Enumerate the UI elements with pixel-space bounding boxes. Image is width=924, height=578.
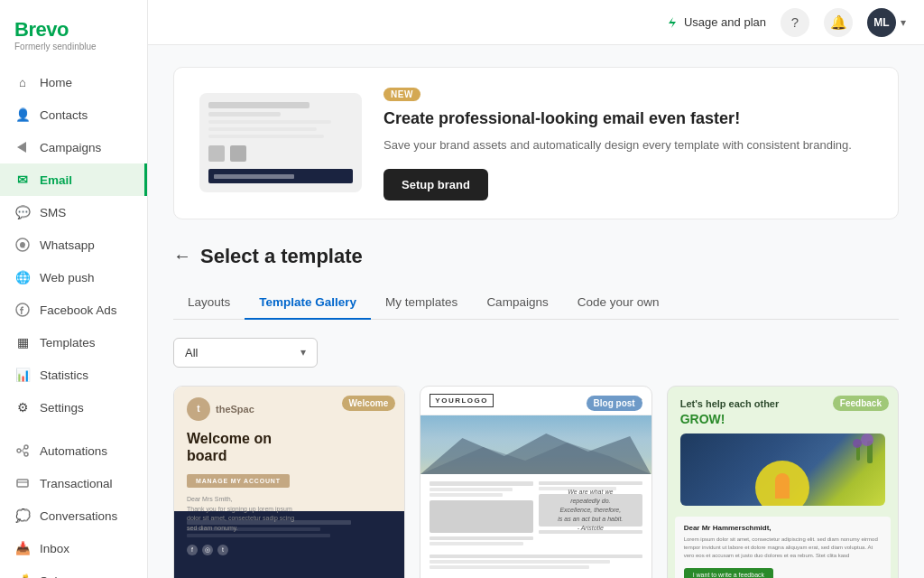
feedback-badge: Feedback — [833, 396, 889, 411]
sidebar-item-sales[interactable]: 💰 Sales — [0, 564, 147, 578]
templates-icon: ▦ — [14, 334, 31, 350]
automations-icon — [14, 443, 31, 459]
banner-description: Save your brand assets and automatically… — [383, 136, 873, 154]
sidebar-item-automations[interactable]: Automations — [0, 434, 147, 467]
help-icon-button[interactable]: ? — [781, 8, 809, 37]
avatar: ML — [867, 8, 896, 37]
sales-icon: 💰 — [14, 573, 31, 578]
tab-campaigns[interactable]: Campaigns — [472, 286, 562, 320]
sidebar-item-conversations-label: Conversations — [40, 509, 117, 523]
sidebar-item-inbox[interactable]: 📥 Inbox — [0, 532, 147, 564]
sidebar-item-campaigns[interactable]: Campaigns — [0, 131, 147, 163]
blog-badge: Blog post — [587, 396, 642, 411]
tab-layouts[interactable]: Layouts — [173, 286, 245, 320]
tab-template-gallery[interactable]: Template Gallery — [245, 286, 371, 320]
sidebar-item-inbox-label: Inbox — [40, 542, 69, 555]
sidebar-item-home-label: Home — [40, 76, 72, 89]
sidebar: Brevo Formerly sendinblue ⌂ Home 👤 Conta… — [0, 0, 148, 578]
sidebar-item-facebook-ads[interactable]: Facebook Ads — [0, 294, 147, 326]
filter-row: All ▾ — [173, 338, 899, 368]
sidebar-item-sms-label: SMS — [40, 206, 66, 219]
topbar: Usage and plan ? 🔔 ML ▾ — [148, 0, 924, 45]
template-card-blog[interactable]: Blog post YOURLOGO Home About — [420, 386, 651, 578]
transactional-icon — [14, 475, 31, 491]
inbox-icon: 📥 — [14, 540, 31, 556]
category-filter-dropdown[interactable]: All ▾ — [173, 338, 318, 368]
banner-badge: NEW — [383, 88, 420, 101]
setup-brand-button[interactable]: Setup brand — [383, 169, 488, 200]
page-content: NEW Create professional-looking email ev… — [148, 45, 924, 578]
filter-value: All — [185, 346, 198, 359]
sidebar-item-templates[interactable]: ▦ Templates — [0, 326, 147, 359]
sidebar-item-transactional[interactable]: Transactional — [0, 467, 147, 499]
whatsapp-icon — [14, 237, 31, 253]
statistics-icon: 📊 — [14, 367, 31, 383]
sidebar-item-sms[interactable]: 💬 SMS — [0, 196, 147, 228]
sidebar-item-campaigns-label: Campaigns — [40, 141, 101, 154]
sidebar-item-settings-label: Settings — [40, 401, 84, 415]
template-grid: Welcome t theSpac Welcome onboard MANAGE… — [173, 386, 899, 578]
contacts-icon: 👤 — [14, 107, 31, 123]
template-tabs: Layouts Template Gallery My templates Ca… — [173, 286, 899, 320]
welcome-badge: Welcome — [342, 396, 396, 411]
sidebar-item-sales-label: Sales — [40, 574, 70, 579]
home-icon: ⌂ — [14, 74, 31, 90]
sidebar-item-statistics[interactable]: 📊 Statistics — [0, 359, 147, 391]
template-card-feedback[interactable]: Feedback Let's help each other GROW! — [667, 386, 899, 578]
conversations-icon: 💭 — [14, 508, 31, 524]
lightning-icon — [665, 15, 679, 30]
sidebar-item-whatsapp[interactable]: Whatsapp — [0, 228, 147, 261]
sidebar-item-facebook-ads-label: Facebook Ads — [40, 303, 117, 317]
web-push-icon: 🌐 — [14, 269, 31, 285]
sidebar-item-web-push-label: Web push — [40, 271, 95, 284]
tab-my-templates[interactable]: My templates — [371, 286, 472, 320]
chevron-down-icon: ▾ — [901, 16, 906, 29]
campaigns-icon — [14, 139, 31, 155]
dropdown-chevron-icon: ▾ — [300, 346, 306, 359]
banner-text-area: NEW Create professional-looking email ev… — [383, 86, 873, 200]
sidebar-item-contacts[interactable]: 👤 Contacts — [0, 98, 147, 131]
banner-title: Create professional-looking email even f… — [383, 108, 873, 129]
sidebar-item-automations-label: Automations — [40, 444, 107, 458]
svg-point-2 — [17, 449, 21, 452]
facebook-icon — [14, 302, 31, 318]
page-title: Select a template — [200, 245, 363, 268]
usage-plan-button[interactable]: Usage and plan — [665, 15, 766, 30]
settings-icon: ⚙ — [14, 399, 31, 415]
sidebar-item-templates-label: Templates — [40, 336, 96, 350]
sidebar-item-statistics-label: Statistics — [40, 368, 88, 382]
logo-subtitle: Formerly sendinblue — [14, 42, 133, 51]
email-icon: ✉ — [14, 172, 31, 188]
promo-banner: NEW Create professional-looking email ev… — [173, 67, 899, 219]
user-menu[interactable]: ML ▾ — [867, 8, 906, 37]
sidebar-item-web-push[interactable]: 🌐 Web push — [0, 261, 147, 294]
sms-icon: 💬 — [14, 204, 31, 220]
back-arrow-button[interactable]: ← — [173, 246, 191, 266]
section-header: ← Select a template — [173, 245, 899, 268]
tab-code-your-own[interactable]: Code your own — [563, 286, 674, 320]
sidebar-item-email-label: Email — [40, 173, 72, 187]
banner-preview-image — [199, 93, 362, 192]
sidebar-item-settings[interactable]: ⚙ Settings — [0, 391, 147, 424]
sidebar-item-whatsapp-label: Whatsapp — [40, 238, 95, 252]
sidebar-item-conversations[interactable]: 💭 Conversations — [0, 499, 147, 532]
sidebar-item-contacts-label: Contacts — [40, 108, 88, 122]
notifications-icon-button[interactable]: 🔔 — [824, 8, 853, 37]
logo-name: Brevo — [14, 18, 133, 42]
svg-rect-5 — [17, 480, 28, 487]
sidebar-item-email[interactable]: ✉ Email — [0, 163, 147, 196]
usage-plan-label: Usage and plan — [684, 15, 766, 29]
svg-point-3 — [24, 445, 28, 449]
logo: Brevo Formerly sendinblue — [0, 11, 147, 66]
sidebar-item-transactional-label: Transactional — [40, 477, 113, 490]
sidebar-item-home[interactable]: ⌂ Home — [0, 66, 147, 98]
main-content: Usage and plan ? 🔔 ML ▾ — [148, 0, 924, 578]
svg-point-4 — [24, 452, 28, 456]
template-card-welcome[interactable]: Welcome t theSpac Welcome onboard MANAGE… — [173, 386, 405, 578]
